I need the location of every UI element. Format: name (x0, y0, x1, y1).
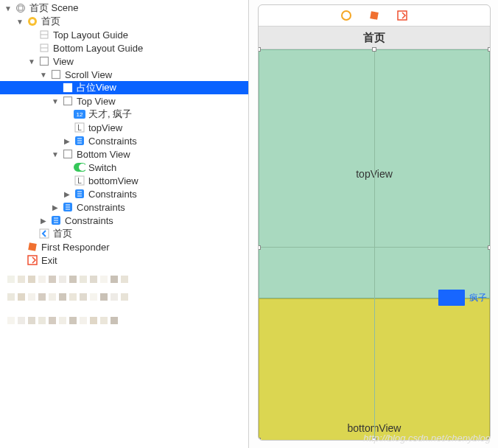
tree-row-label: bottomView (88, 175, 138, 186)
tree-row-label: 天才, 疯子 (88, 108, 132, 121)
resize-handle[interactable] (372, 47, 376, 52)
tree-row-label: 首页 (53, 227, 72, 240)
disclosure-triangle-icon[interactable]: ▶ (40, 217, 47, 225)
svg-rect-9 (52, 71, 60, 79)
tree-row[interactable]: ▼首页 Scene (0, 1, 248, 15)
L-icon: L (74, 175, 85, 186)
svg-point-3 (30, 19, 35, 24)
selection-guide-vertical (374, 49, 375, 440)
tree-row-label: Exit (41, 255, 57, 266)
selection-guide-horizontal (259, 247, 490, 248)
tree-row[interactable]: ▶Constraints (0, 214, 248, 227)
canvas-panel: 首页 topView bottomView 疯子 htt (249, 0, 498, 448)
tree-row-label: Top Layout Guide (53, 29, 128, 41)
disclosure-triangle-icon[interactable]: ▶ (63, 137, 71, 145)
tree-row-label: Constraints (88, 136, 137, 147)
tree-row[interactable]: Top Layout Guide (0, 28, 248, 41)
svg-text:12: 12 (77, 111, 83, 118)
tree-row[interactable]: ▼Scroll View (0, 68, 248, 81)
tree-row-label: View (53, 56, 74, 67)
svg-point-0 (17, 4, 25, 13)
disclosure-triangle-icon[interactable]: ▼ (4, 4, 12, 13)
tree-row[interactable]: ▼Bottom View (0, 147, 248, 161)
resize-handle[interactable] (488, 438, 491, 441)
tree-row[interactable]: ▼首页 (0, 15, 248, 28)
svg-rect-8 (41, 57, 49, 66)
svg-rect-37 (40, 229, 49, 238)
disclosure-triangle-icon[interactable]: ▶ (63, 190, 71, 198)
tree-row-label: 首页 (41, 15, 60, 28)
resize-handle[interactable] (488, 245, 491, 250)
tree-row[interactable]: Exit (0, 253, 248, 267)
svg-text:L: L (77, 124, 82, 132)
svg-point-40 (342, 11, 351, 20)
tree-row[interactable]: First Responder (0, 240, 248, 253)
tree-row[interactable]: ▶Constraints (0, 200, 248, 214)
tree-row[interactable]: Switch (0, 161, 248, 174)
svg-rect-20 (64, 150, 72, 158)
tree-row[interactable]: ▶Constraints (0, 187, 248, 200)
constraints-icon (74, 135, 85, 147)
back-icon (38, 228, 50, 239)
guide-icon (38, 29, 50, 41)
tree-row[interactable]: LbottomView (0, 174, 248, 187)
svg-text:L: L (77, 177, 82, 185)
device-frame: 首页 topView bottomView 疯子 (258, 4, 491, 441)
svg-rect-38 (28, 242, 37, 251)
L-icon: L (74, 122, 85, 133)
disclosure-triangle-icon[interactable]: ▶ (52, 203, 59, 211)
tree-row[interactable]: Bottom Layout Guide (0, 41, 248, 55)
tree-row-label: Constraints (65, 215, 113, 226)
tree-row[interactable]: LtopView (0, 121, 248, 134)
resize-handle[interactable] (372, 438, 376, 441)
redacted-row (0, 314, 248, 327)
switch-widget[interactable]: 疯子 (438, 288, 490, 307)
redacted-row (0, 273, 248, 286)
responder-icon[interactable] (368, 10, 380, 21)
disclosure-triangle-icon[interactable]: ▼ (40, 71, 47, 79)
tree-row[interactable]: ▶Constraints (0, 134, 248, 147)
tree-row-label: Switch (88, 162, 116, 173)
svg-rect-41 (370, 11, 379, 20)
outline-tree[interactable]: ▼首页 Scene▼首页Top Layout GuideBottom Layou… (0, 0, 249, 448)
scene-toolbar (259, 5, 490, 26)
resize-handle[interactable] (488, 47, 491, 52)
tree-row-label: 占位View (77, 81, 116, 94)
view-icon (50, 69, 62, 80)
tree-row[interactable]: 首页 (0, 227, 248, 240)
navigation-bar: 首页 (259, 26, 490, 49)
tree-row[interactable]: ▼Top View (0, 94, 248, 108)
disclosure-triangle-icon[interactable]: ▼ (16, 18, 24, 26)
switch-knob-icon[interactable] (438, 290, 465, 306)
tree-row-label: First Responder (41, 242, 109, 253)
tree-row[interactable]: ▼View (0, 55, 248, 68)
tree-row-label: 首页 Scene (29, 1, 78, 15)
tree-row-label: Constraints (77, 202, 125, 213)
tree-row-label: Scroll View (65, 69, 112, 80)
tree-row-label: Bottom Layout Guide (53, 43, 143, 54)
view-icon (38, 55, 50, 67)
vc-icon (27, 15, 38, 27)
constraints-icon (50, 214, 62, 226)
vc-icon[interactable] (340, 10, 352, 21)
switch-icon (74, 161, 85, 173)
svg-rect-11 (64, 97, 72, 105)
exit-icon[interactable] (396, 10, 408, 21)
disclosure-triangle-icon[interactable]: ▼ (28, 57, 35, 66)
resize-handle[interactable] (258, 47, 261, 52)
responder-icon (27, 241, 38, 253)
resize-handle[interactable] (258, 438, 261, 441)
tree-row[interactable]: 占位View (0, 81, 248, 94)
switch-label: 疯子 (469, 292, 487, 304)
tree-row[interactable]: 12天才, 疯子 (0, 108, 248, 121)
resize-handle[interactable] (258, 245, 261, 250)
tree-row-label: Constraints (88, 189, 137, 200)
redacted-row (0, 290, 248, 304)
guide-icon (38, 42, 50, 54)
view-icon (62, 148, 74, 160)
disclosure-triangle-icon[interactable]: ▼ (52, 150, 59, 158)
view-icon (62, 95, 74, 107)
disclosure-triangle-icon[interactable]: ▼ (52, 97, 59, 105)
constraints-icon (62, 201, 74, 213)
constraints-icon (74, 188, 85, 200)
